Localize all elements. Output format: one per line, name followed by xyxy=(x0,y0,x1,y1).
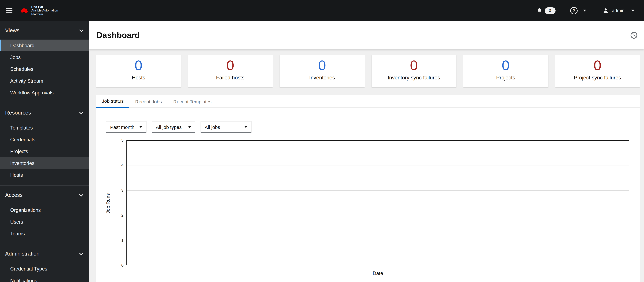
sidebar-item-activity-stream[interactable]: Activity Stream xyxy=(0,75,89,87)
stat-label: Failed hosts xyxy=(216,75,244,81)
stat-label: Inventories xyxy=(309,75,335,81)
nav-group-label: Access xyxy=(5,192,23,198)
app-root: Red Hat Ansible Automation Platform 0 ? xyxy=(0,0,644,282)
brand-line-2: Ansible Automation xyxy=(31,8,58,12)
user-menu-button[interactable]: admin xyxy=(603,8,634,13)
nav-section-resources: Resources Templates Credentials Projects… xyxy=(0,103,89,181)
sidebar-item-notifications[interactable]: Notifications xyxy=(0,275,89,282)
stat-value: 0 xyxy=(134,58,142,73)
chevron-down-icon xyxy=(79,29,84,32)
bell-icon xyxy=(536,8,542,13)
redhat-aap-logo[interactable]: Red Hat Ansible Automation Platform xyxy=(20,5,58,16)
y-tick-label: 1 xyxy=(96,238,124,243)
help-menu-button[interactable]: ? xyxy=(570,7,586,14)
stat-card-failed-hosts[interactable]: 0 Failed hosts xyxy=(188,55,273,87)
job-type-select-value: All job types xyxy=(156,124,182,130)
nav-items: Organizations Users Teams xyxy=(0,201,89,240)
stat-value: 0 xyxy=(318,58,326,73)
chevron-down-icon xyxy=(631,9,634,11)
stat-label: Hosts xyxy=(132,75,145,81)
nav-toggle-button[interactable] xyxy=(4,5,15,16)
stat-label: Project sync failures xyxy=(574,75,621,81)
masthead-toolbar: 0 ? admin xyxy=(536,7,634,14)
chevron-down-icon xyxy=(79,252,84,256)
chart-filters: Past month All job types All jobs xyxy=(106,121,640,133)
chart-plot-area xyxy=(126,140,629,266)
caret-down-icon xyxy=(188,126,191,128)
dashboard-panel: Job status Recent Jobs Recent Templates … xyxy=(96,95,640,282)
gridline xyxy=(127,215,629,216)
stat-card-projects[interactable]: 0 Projects xyxy=(463,55,548,87)
hamburger-icon xyxy=(6,8,12,9)
main-content: 0 Hosts 0 Failed hosts 0 Inventories 0 I… xyxy=(89,49,644,282)
nav-group-views[interactable]: Views xyxy=(0,25,89,36)
sidebar-item-hosts[interactable]: Hosts xyxy=(0,169,89,181)
gridline xyxy=(127,190,629,191)
tab-recent-jobs[interactable]: Recent Jobs xyxy=(130,95,168,108)
notification-count-badge: 0 xyxy=(544,7,556,14)
tabs-bar: Job status Recent Jobs Recent Templates xyxy=(96,95,640,108)
sidebar-item-users[interactable]: Users xyxy=(0,216,89,228)
caret-down-icon xyxy=(139,126,142,128)
y-tick-label: 3 xyxy=(96,188,124,193)
nav-section-views: Views Dashboard Jobs Schedules Activity … xyxy=(0,21,89,99)
sidebar-item-credentials[interactable]: Credentials xyxy=(0,134,89,145)
stat-card-project-sync-failures[interactable]: 0 Project sync failures xyxy=(555,55,640,87)
notifications-button[interactable]: 0 xyxy=(536,7,556,14)
brand-text: Red Hat Ansible Automation Platform xyxy=(31,5,58,16)
sidebar-item-teams[interactable]: Teams xyxy=(0,228,89,240)
caret-down-icon xyxy=(244,126,248,128)
sidebar-item-projects[interactable]: Projects xyxy=(0,145,89,157)
chevron-down-icon xyxy=(583,9,586,11)
sidebar-item-organizations[interactable]: Organizations xyxy=(0,204,89,216)
nav-group-label: Views xyxy=(5,27,20,34)
nav-group-resources[interactable]: Resources xyxy=(0,107,89,119)
period-select[interactable]: Past month xyxy=(106,121,146,133)
stat-value: 0 xyxy=(226,58,234,73)
nav-section-administration: Administration Credential Types Notifica… xyxy=(0,244,89,282)
nav-group-administration[interactable]: Administration xyxy=(0,248,89,260)
stat-card-inventories[interactable]: 0 Inventories xyxy=(280,55,364,87)
sidebar-item-schedules[interactable]: Schedules xyxy=(0,63,89,75)
nav-group-label: Administration xyxy=(5,251,40,257)
redhat-hat-icon xyxy=(20,7,29,14)
sidebar-item-templates[interactable]: Templates xyxy=(0,122,89,134)
stat-cards-row: 0 Hosts 0 Failed hosts 0 Inventories 0 I… xyxy=(96,55,640,87)
sidebar-item-inventories[interactable]: Inventories xyxy=(0,157,89,169)
y-tick-label: 4 xyxy=(96,163,124,168)
masthead: Red Hat Ansible Automation Platform 0 ? xyxy=(0,0,644,21)
page-header: Dashboard xyxy=(89,21,644,49)
sidebar-item-credential-types[interactable]: Credential Types xyxy=(0,263,89,275)
question-circle-icon: ? xyxy=(570,7,578,14)
tab-job-status[interactable]: Job status xyxy=(96,95,130,108)
nav-group-access[interactable]: Access xyxy=(0,190,89,201)
stat-value: 0 xyxy=(594,58,602,73)
x-axis-label: Date xyxy=(126,271,629,276)
job-select[interactable]: All jobs xyxy=(200,121,252,133)
stat-label: Projects xyxy=(496,75,515,81)
stat-card-inventory-sync-failures[interactable]: 0 Inventory sync failures xyxy=(372,55,456,87)
sidebar-item-dashboard[interactable]: Dashboard xyxy=(0,39,89,51)
history-button[interactable] xyxy=(629,30,639,40)
tab-recent-templates[interactable]: Recent Templates xyxy=(168,95,218,108)
sidebar-item-jobs[interactable]: Jobs xyxy=(0,51,89,63)
y-tick-label: 0 xyxy=(96,263,124,268)
sidebar-item-workflow-approvals[interactable]: Workflow Approvals xyxy=(0,87,89,99)
stat-value: 0 xyxy=(502,58,510,73)
history-icon xyxy=(630,31,638,39)
stat-value: 0 xyxy=(410,58,418,73)
hamburger-icon xyxy=(6,12,12,13)
nav-group-label: Resources xyxy=(5,110,31,116)
hamburger-icon xyxy=(6,10,12,11)
user-icon xyxy=(603,8,608,13)
gridline xyxy=(127,240,629,240)
job-select-value: All jobs xyxy=(205,124,220,130)
nav-items: Credential Types Notifications xyxy=(0,260,89,282)
stat-card-hosts[interactable]: 0 Hosts xyxy=(96,55,181,87)
y-tick-label: 5 xyxy=(96,138,124,143)
sidebar: Views Dashboard Jobs Schedules Activity … xyxy=(0,21,89,282)
job-type-select[interactable]: All job types xyxy=(152,121,196,133)
nav-items: Dashboard Jobs Schedules Activity Stream… xyxy=(0,36,89,99)
user-name: admin xyxy=(612,8,624,13)
chevron-down-icon xyxy=(79,194,84,197)
